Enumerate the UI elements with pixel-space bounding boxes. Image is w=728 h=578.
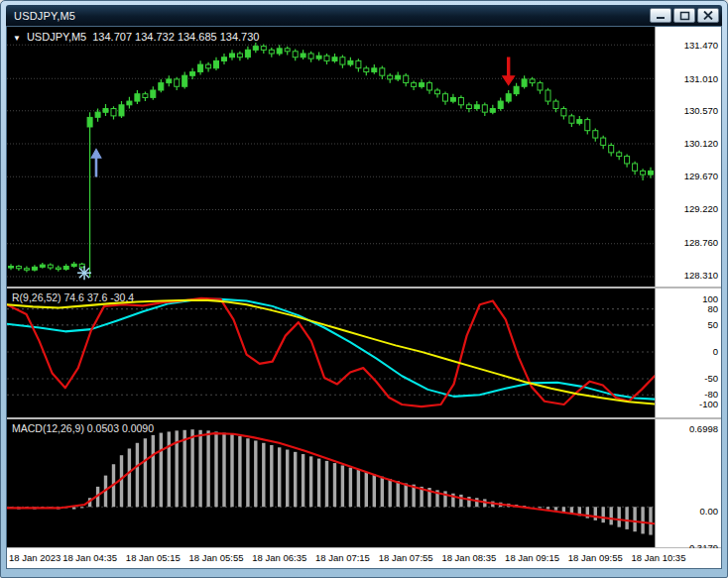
oscillator-axis-label: -80 (704, 389, 718, 400)
mt4-chart-window: USDJPY,M5 ▼ USDJPY,M5 134.707 134.732 13… (0, 0, 728, 578)
time-axis-label: 18 Jan 07:55 (379, 552, 433, 563)
window-titlebar[interactable]: USDJPY,M5 (6, 5, 722, 26)
oscillator-axis-label: -100 (699, 399, 718, 409)
time-axis-label: 18 Jan 10:35 (632, 552, 686, 563)
chart-client-area: ▼ USDJPY,M5 134.707 134.732 134.685 134.… (6, 26, 722, 569)
time-axis-label: 18 Jan 08:35 (441, 552, 496, 563)
oscillator-plot[interactable] (7, 289, 655, 417)
oscillator-axis-label: -50 (704, 373, 718, 384)
macd-plot[interactable] (7, 419, 655, 547)
time-axis[interactable]: 18 Jan 202318 Jan 04:3518 Jan 05:1518 Ja… (7, 548, 721, 568)
oscillator-label: R(9,26,52) 74.6 37.6 -30.4 (12, 291, 134, 303)
chart-ohlc-values: 134.707 134.732 134.685 134.730 (92, 31, 259, 43)
close-button[interactable] (697, 8, 719, 23)
price-axis[interactable]: 131.470131.010130.570130.120129.670129.2… (655, 27, 721, 287)
oscillator-axis-label: 50 (707, 319, 718, 330)
macd-axis-label: 0.00 (700, 506, 719, 517)
maximize-icon (679, 11, 690, 21)
chart-header: ▼ USDJPY,M5 134.707 134.732 134.685 134.… (13, 31, 259, 43)
macd-axis-label: 0.6998 (689, 423, 718, 434)
price-axis-label: 129.670 (684, 171, 718, 181)
chart-dropdown-icon[interactable]: ▼ (13, 34, 21, 43)
price-axis-label: 131.010 (684, 73, 718, 84)
time-axis-label: 18 Jan 09:15 (505, 552, 559, 563)
time-axis-label: 18 Jan 05:15 (126, 552, 181, 563)
oscillator-axis-label: 0 (713, 346, 718, 357)
time-axis-label: 18 Jan 09:55 (568, 552, 623, 563)
minimize-button[interactable] (650, 8, 671, 23)
price-axis-label: 130.120 (684, 138, 718, 149)
time-axis-label: 18 Jan 2023 (9, 552, 61, 563)
macd-axis[interactable]: 0.69980.00-0.3179 (655, 419, 721, 547)
minimize-icon (656, 11, 666, 20)
main-chart-panel: ▼ USDJPY,M5 134.707 134.732 134.685 134.… (7, 27, 721, 289)
close-icon (703, 11, 713, 20)
time-axis-label: 18 Jan 07:15 (315, 552, 370, 563)
time-axis-label: 18 Jan 06:35 (252, 552, 306, 563)
price-axis-label: 130.570 (684, 105, 718, 116)
oscillator-axis[interactable]: 10080500-50-80-100 (655, 289, 721, 417)
time-axis-label: 18 Jan 04:35 (62, 552, 117, 563)
price-axis-label: 131.470 (684, 40, 718, 51)
oscillator-axis-label: 80 (707, 303, 718, 314)
chart-symbol-label: USDJPY,M5 (27, 31, 86, 43)
price-axis-label: 129.220 (684, 203, 718, 214)
candlestick-plot[interactable] (7, 27, 655, 287)
maximize-button[interactable] (673, 8, 695, 23)
macd-panel: MACD(12,26,9) 0.0503 0.0090 0.69980.00-0… (7, 419, 721, 548)
window-title: USDJPY,M5 (6, 10, 75, 22)
time-axis-label: 18 Jan 05:55 (189, 552, 244, 563)
window-controls (650, 8, 722, 23)
macd-label: MACD(12,26,9) 0.0503 0.0090 (12, 422, 154, 434)
price-axis-label: 128.760 (684, 237, 718, 248)
oscillator-panel: R(9,26,52) 74.6 37.6 -30.4 10080500-50-8… (7, 289, 721, 419)
price-axis-label: 128.310 (684, 270, 718, 281)
oscillator-axis-label: 100 (702, 293, 718, 304)
